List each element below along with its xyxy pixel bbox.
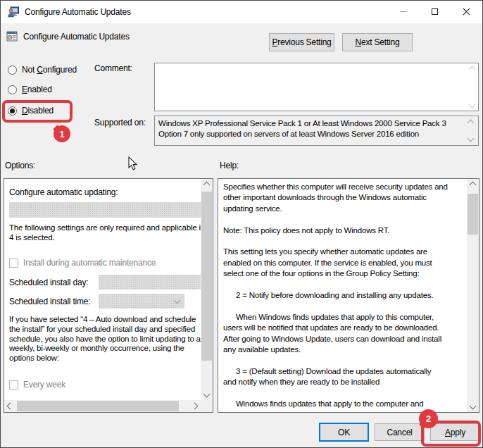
scrollbar-corner xyxy=(201,400,213,412)
scroll-up-icon xyxy=(470,182,477,189)
radio-enabled[interactable]: Enabled xyxy=(8,85,52,94)
scheduled-day-label: Scheduled install day: xyxy=(9,278,88,287)
radio-not-configured-circle xyxy=(8,66,17,75)
install-maintenance-label: Install during automatic maintenance xyxy=(23,258,156,268)
scroll-right-button[interactable] xyxy=(189,400,201,412)
options-vertical-scrollbar[interactable] xyxy=(201,179,213,400)
scroll-down-icon xyxy=(203,391,211,398)
scroll-up-button[interactable] xyxy=(201,179,213,191)
comment-input[interactable] xyxy=(154,63,479,111)
every-week-label: Every week xyxy=(23,380,65,390)
scheduled-time-dropdown[interactable] xyxy=(99,294,184,309)
comment-scrollbar[interactable] xyxy=(467,64,477,110)
highlight-box-disabled xyxy=(2,100,73,123)
radio-enabled-label: Enabled xyxy=(22,85,52,94)
scrollbar-thumb[interactable] xyxy=(201,192,212,361)
radio-not-configured-label: Not Configured xyxy=(22,65,77,75)
previous-setting-button[interactable]: Previous Setting xyxy=(269,33,334,51)
configure-updating-label: Configure automatic updating: xyxy=(9,187,118,197)
limit-updating-text: If you have selected “4 – Auto download … xyxy=(9,315,201,363)
window-title: Configure Automatic Updates xyxy=(25,7,131,17)
minimize-button[interactable] xyxy=(387,1,419,23)
configure-automatic-updates-dialog: Configure Automatic Updates Configure Au… xyxy=(0,0,483,448)
scroll-down-icon xyxy=(469,101,476,108)
mouse-cursor-icon xyxy=(128,156,138,171)
install-maintenance-checkbox[interactable]: Install during automatic maintenance xyxy=(9,258,156,268)
scroll-down-button[interactable] xyxy=(467,400,479,412)
scheduled-time-label: Scheduled install time: xyxy=(9,297,90,306)
configure-updating-dropdown[interactable] xyxy=(9,202,201,218)
policy-name: Configure Automatic Updates xyxy=(23,32,130,42)
scroll-left-button[interactable] xyxy=(4,400,16,412)
ok-button[interactable]: OK xyxy=(319,423,369,442)
scrollbar-thumb[interactable] xyxy=(468,194,478,235)
scrollbar-thumb[interactable] xyxy=(17,401,179,411)
radio-enabled-circle xyxy=(8,85,17,94)
group-policy-app-icon xyxy=(8,6,19,18)
title-bar: Configure Automatic Updates xyxy=(1,1,482,23)
step-1-badge: 1 xyxy=(54,125,70,142)
cancel-button[interactable]: Cancel xyxy=(375,423,425,441)
scheduled-day-dropdown[interactable] xyxy=(99,275,203,290)
help-label: Help: xyxy=(220,161,239,170)
scroll-down-icon xyxy=(468,135,475,142)
scroll-right-icon xyxy=(192,403,199,410)
supported-on-text: Windows XP Professional Service Pack 1 o… xyxy=(154,116,479,146)
options-panel: Configure automatic updating: The follow… xyxy=(4,178,213,413)
chevron-down-icon xyxy=(174,297,181,304)
minimize-icon xyxy=(400,11,407,12)
close-button[interactable] xyxy=(451,1,482,23)
next-setting-button[interactable]: Next Setting xyxy=(342,33,413,51)
help-vertical-scrollbar[interactable] xyxy=(467,179,479,412)
every-week-checkbox[interactable]: Every week xyxy=(9,380,65,390)
policy-setting-icon xyxy=(6,31,18,42)
scroll-down-icon xyxy=(470,403,477,410)
scroll-up-icon xyxy=(468,120,475,127)
maximize-button[interactable] xyxy=(419,1,451,23)
help-panel: Specifies whether this computer will rec… xyxy=(218,178,479,413)
scroll-up-icon xyxy=(469,66,476,73)
help-text: Specifies whether this computer will rec… xyxy=(223,182,466,412)
supported-on-label: Supported on: xyxy=(94,118,146,127)
scroll-down-button[interactable] xyxy=(201,388,213,400)
comment-label: Comment: xyxy=(94,63,132,73)
checkbox-icon xyxy=(9,259,18,268)
scroll-up-button[interactable] xyxy=(467,179,479,191)
close-icon xyxy=(463,8,470,15)
options-label: Options: xyxy=(5,161,35,170)
supported-scrollbar[interactable] xyxy=(465,116,477,145)
scroll-left-icon xyxy=(7,403,14,410)
maximize-icon xyxy=(432,8,438,15)
radio-not-configured[interactable]: Not Configured xyxy=(8,65,77,75)
step-2-badge: 2 xyxy=(419,409,438,428)
options-horizontal-scrollbar[interactable] xyxy=(4,400,201,412)
scroll-up-icon xyxy=(203,182,211,189)
checkbox-icon xyxy=(9,380,18,390)
following-settings-text: The following settings are only required… xyxy=(9,223,201,243)
